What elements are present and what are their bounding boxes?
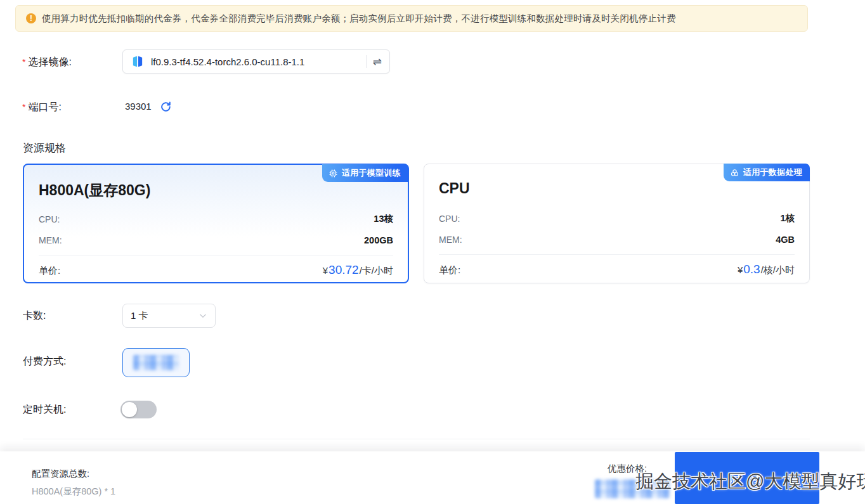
resource-specs-title: 资源规格 <box>23 141 66 155</box>
cpu-value: 1核 <box>780 212 795 224</box>
card-badge-model-training: 适用于模型训练 <box>322 164 408 182</box>
cpu-key: CPU: <box>439 214 460 224</box>
image-select-field[interactable]: lf0.9.3-tf4.52.4-torch2.6.0-cu11.8-1.1 ⇌ <box>122 49 390 74</box>
price-row: 单价: ¥0.3/核/小时 <box>439 262 795 276</box>
data-icon <box>730 168 739 178</box>
billing-warning-banner: ! 使用算力时优先抵扣临期的代金券，代金券全部消费完毕后消费账户余额；启动实例后… <box>15 5 808 32</box>
refresh-icon[interactable] <box>160 101 172 113</box>
image-select-label: *选择镜像: <box>22 56 72 69</box>
chip-icon <box>328 169 338 178</box>
card-count-select[interactable]: 1 卡 <box>122 304 216 328</box>
spec-card-h800a[interactable]: 适用于模型训练 H800A(显存80G) CPU: 13核 MEM: 200GB… <box>23 164 409 283</box>
required-asterisk: * <box>22 102 25 112</box>
card-count-value: 1 卡 <box>131 310 148 322</box>
price-number: 30.72 <box>328 263 360 276</box>
warning-icon: ! <box>26 13 36 23</box>
price-key: 单价: <box>39 265 60 277</box>
mem-value: 4GB <box>776 235 795 245</box>
image-logo-icon <box>131 55 145 68</box>
cpu-spec-row: CPU: 13核 <box>39 213 393 225</box>
mem-key: MEM: <box>39 235 62 245</box>
cpu-key: CPU: <box>39 214 60 224</box>
footer-bar: 配置资源总数: H800A(显存80G) * 1 优惠价格: 启 动 掘金技术社… <box>0 451 865 504</box>
port-value: 39301 <box>125 101 152 112</box>
total-resources-value: H800A(显存80G) * 1 <box>32 486 115 498</box>
card-title: H800A(显存80G) <box>39 181 150 200</box>
mem-value: 200GB <box>364 235 393 245</box>
payment-method-button[interactable] <box>122 348 190 377</box>
card-divider <box>439 254 795 255</box>
content-divider <box>23 439 810 439</box>
badge-label: 适用于模型训练 <box>342 167 401 179</box>
badge-label: 适用于数据处理 <box>743 167 802 178</box>
scheduled-shutdown-label: 定时关机: <box>23 403 66 417</box>
image-select-value: lf0.9.3-tf4.52.4-torch2.6.0-cu11.8-1.1 <box>151 56 360 67</box>
price-number: 0.3 <box>743 262 760 276</box>
spec-card-cpu[interactable]: 适用于数据处理 CPU CPU: 1核 MEM: 4GB 单价: ¥0.3/核/… <box>424 164 810 283</box>
mem-spec-row: MEM: 4GB <box>439 235 795 245</box>
price-value: ¥0.3/核/小时 <box>738 262 795 276</box>
total-resources-label: 配置资源总数: <box>32 468 89 480</box>
launch-button[interactable]: 启 动 <box>675 452 819 504</box>
cpu-spec-row: CPU: 1核 <box>439 212 795 224</box>
price-value: ¥30.72/卡/小时 <box>323 263 393 277</box>
swap-icon[interactable]: ⇌ <box>373 56 382 67</box>
mem-spec-row: MEM: 200GB <box>39 235 393 245</box>
card-divider <box>39 255 393 255</box>
scheduled-shutdown-toggle[interactable] <box>120 401 157 418</box>
promo-price-label: 优惠价格: <box>608 463 647 475</box>
cpu-value: 13核 <box>374 213 393 225</box>
port-label: *端口号: <box>22 101 62 114</box>
banner-text: 使用算力时优先抵扣临期的代金券，代金券全部消费完毕后消费账户余额；启动实例后立即… <box>42 13 676 25</box>
required-asterisk: * <box>22 57 25 67</box>
field-divider <box>366 55 367 68</box>
card-count-label: 卡数: <box>23 309 46 323</box>
redacted-payment-value <box>133 355 179 370</box>
toggle-knob <box>122 402 137 417</box>
card-title: CPU <box>439 180 470 197</box>
card-badge-data-processing: 适用于数据处理 <box>724 164 810 181</box>
payment-method-label: 付费方式: <box>23 355 66 368</box>
chevron-down-icon <box>198 311 207 320</box>
instance-config-page: ! 使用算力时优先抵扣临期的代金券，代金券全部消费完毕后消费账户余额；启动实例后… <box>0 0 865 504</box>
redacted-promo-price <box>595 479 670 498</box>
price-row: 单价: ¥30.72/卡/小时 <box>39 263 393 277</box>
mem-key: MEM: <box>439 235 462 245</box>
price-key: 单价: <box>439 264 460 276</box>
